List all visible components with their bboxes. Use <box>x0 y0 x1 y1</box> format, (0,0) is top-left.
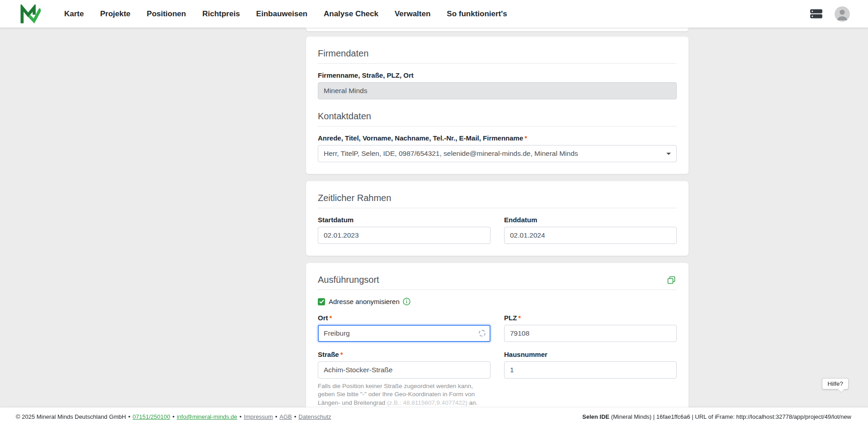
card-partial-top <box>306 28 689 31</box>
startdatum-label: Startdatum <box>318 216 491 224</box>
card-firmendaten: Firmendaten Firmenname, Straße, PLZ, Ort… <box>306 37 689 174</box>
divider <box>318 290 677 290</box>
required-mark: * <box>340 351 343 358</box>
user-avatar-icon[interactable] <box>835 6 850 22</box>
nav-item-einbauweisen[interactable]: Einbauweisen <box>248 9 316 19</box>
loading-spinner-icon <box>479 330 486 337</box>
nav-item-karte[interactable]: Karte <box>56 9 92 19</box>
nav-item-analyse-check[interactable]: Analyse Check <box>316 9 387 19</box>
anonymize-checkbox[interactable] <box>318 298 325 305</box>
chevron-down-icon <box>666 153 671 155</box>
navbar-right <box>810 6 850 22</box>
hausnummer-label: Hausnummer <box>504 351 677 358</box>
agb-link[interactable]: AGB <box>279 413 292 420</box>
contact-select[interactable]: Herr, TitelP, Selen, IDE, 0987/654321, s… <box>318 145 677 162</box>
logo-icon <box>20 5 41 23</box>
nav-item-so-funktionierts[interactable]: So funktioniert's <box>439 9 515 19</box>
card-zeitlicher-rahmen: Zeitlicher Rahmen Startdatum Enddatum <box>306 181 689 256</box>
phone-link[interactable]: 07151/250100 <box>132 413 170 420</box>
help-button[interactable]: Hilfe? <box>822 378 849 389</box>
section-title-ausfuehrungsort: Ausführungsort <box>318 275 379 285</box>
divider <box>318 208 677 208</box>
footer-status: Selen IDE (Mineral Minds) | 16fae1ffc6a6… <box>582 413 851 420</box>
main-nav: Karte Projekte Positionen Richtpreis Ein… <box>56 9 515 19</box>
copy-button[interactable] <box>666 275 677 286</box>
divider <box>318 63 677 64</box>
email-link[interactable]: info@mineral-minds.de <box>177 413 237 420</box>
strasse-label: Straße* <box>318 351 491 358</box>
ort-label: Ort* <box>318 314 491 322</box>
nav-item-richtpreis[interactable]: Richtpreis <box>194 9 248 19</box>
section-title-kontaktdaten: Kontaktdaten <box>318 111 677 122</box>
impressum-link[interactable]: Impressum <box>244 413 273 420</box>
strasse-input[interactable] <box>318 361 491 379</box>
contact-label: Anrede, Titel, Vorname, Nachname, Tel.-N… <box>318 134 677 142</box>
plz-input[interactable] <box>504 325 677 342</box>
card-ausfuehrungsort: Ausführungsort Adresse anonymisieren <box>306 263 689 419</box>
check-icon <box>319 300 324 304</box>
datenschutz-link[interactable]: Datenschutz <box>298 413 331 420</box>
footer-status-detail: (Mineral Minds) | 16fae1ffc6a6 | URL of … <box>609 413 851 420</box>
divider <box>318 126 677 126</box>
required-mark: * <box>330 314 332 322</box>
enddatum-label: Enddatum <box>504 216 677 224</box>
footer-left: © 2025 Mineral Minds Deutschland GmbH • … <box>16 413 331 420</box>
anonymize-label: Adresse anonymisieren <box>329 298 400 305</box>
nav-item-positionen[interactable]: Positionen <box>139 9 194 19</box>
copyright-text: © 2025 Mineral Minds Deutschland GmbH <box>16 413 126 420</box>
hausnummer-input[interactable] <box>504 361 677 379</box>
footer: © 2025 Mineral Minds Deutschland GmbH • … <box>0 407 868 426</box>
company-label: Firmenname, Straße, PLZ, Ort <box>318 71 677 79</box>
required-mark: * <box>524 134 527 142</box>
navbar: Karte Projekte Positionen Richtpreis Ein… <box>0 0 868 28</box>
hint-example: (z.B.: 48.8115607,9.4077422) <box>387 399 467 406</box>
main-content: Firmendaten Firmenname, Straße, PLZ, Ort… <box>306 28 689 426</box>
contact-select-value: Herr, TitelP, Selen, IDE, 0987/654321, s… <box>324 150 578 158</box>
nav-item-projekte[interactable]: Projekte <box>92 9 138 19</box>
copy-icon <box>667 276 676 285</box>
ort-input[interactable] <box>318 325 491 342</box>
footer-status-app: Selen IDE <box>582 413 609 420</box>
info-icon[interactable] <box>403 298 410 305</box>
logo[interactable] <box>20 5 41 23</box>
section-title-zeitlicher-rahmen: Zeitlicher Rahmen <box>318 193 677 203</box>
server-icon[interactable] <box>810 9 823 19</box>
plz-label: PLZ* <box>504 314 677 322</box>
strasse-hint: Falls die Position keiner Straße zugeord… <box>318 382 491 407</box>
enddatum-input[interactable] <box>504 227 677 244</box>
section-title-firmendaten: Firmendaten <box>318 48 677 59</box>
required-mark: * <box>518 314 521 322</box>
startdatum-input[interactable] <box>318 227 491 244</box>
company-input <box>318 82 677 99</box>
nav-item-verwalten[interactable]: Verwalten <box>387 9 439 19</box>
